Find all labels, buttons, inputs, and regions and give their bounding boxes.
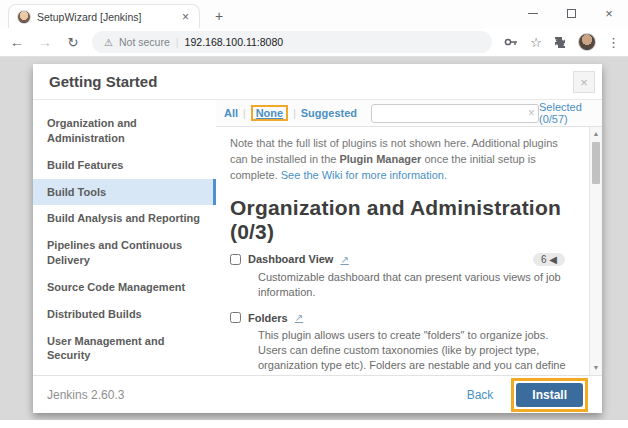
sidebar-item-distributed-builds[interactable]: Distributed Builds bbox=[33, 301, 216, 328]
window-close-button[interactable]: × bbox=[590, 0, 628, 26]
sidebar-item-notifications-and-publishing[interactable]: Notifications and Publishing bbox=[33, 369, 216, 375]
sidebar-item-build-analysis-and-reporting[interactable]: Build Analysis and Reporting bbox=[33, 205, 216, 232]
selected-count-label: Selected (0/57) bbox=[539, 101, 592, 125]
sidebar-item-user-management-and-security[interactable]: User Management and Security bbox=[33, 328, 216, 370]
getting-started-dialog: Getting Started × Organization and Admin… bbox=[33, 64, 602, 413]
browser-toolbar: ← → ↻ ⚠ Not secure | 192.168.100.11:8080… bbox=[0, 28, 628, 57]
jenkins-favicon-icon bbox=[17, 10, 31, 24]
back-button[interactable]: ← bbox=[8, 34, 26, 50]
password-key-icon[interactable] bbox=[503, 34, 519, 50]
minimize-icon bbox=[528, 13, 538, 14]
section-heading-organization: Organization and Administration (0/3) bbox=[216, 192, 583, 248]
forward-button[interactable]: → bbox=[36, 34, 54, 50]
plugin-row: Dashboard View ↗ 6 ◀ bbox=[230, 253, 573, 266]
scroll-up-icon[interactable]: ▲ bbox=[590, 128, 602, 140]
filter-none-link[interactable]: None bbox=[256, 107, 284, 119]
address-separator: | bbox=[176, 36, 179, 48]
footer-actions: Back Install bbox=[467, 378, 588, 412]
screen: SetupWizard [Jenkins] × + × ← → ↻ ⚠ Not … bbox=[0, 0, 628, 428]
url-text: 192.168.100.11:8080 bbox=[185, 36, 283, 48]
external-link-icon[interactable]: ↗ bbox=[295, 312, 303, 323]
plugin-name: Folders bbox=[248, 312, 288, 324]
dashboard-view-checkbox[interactable] bbox=[230, 254, 241, 265]
plugin-entry-folders: Folders ↗ This plugin allows users to cr… bbox=[216, 307, 583, 375]
bottom-white-strip bbox=[0, 420, 628, 428]
plugin-row: Folders ↗ bbox=[230, 312, 573, 324]
plugin-search-input[interactable] bbox=[371, 104, 539, 123]
dialog-footer: Jenkins 2.60.3 Back Install bbox=[33, 375, 602, 413]
filter-all-link[interactable]: All bbox=[224, 107, 238, 119]
filter-separator-2: | bbox=[293, 108, 296, 119]
new-tab-button[interactable]: + bbox=[208, 6, 230, 26]
tab-title: SetupWizard [Jenkins] bbox=[37, 11, 174, 23]
reload-button[interactable]: ↻ bbox=[64, 35, 82, 50]
page-background: Getting Started × Organization and Admin… bbox=[0, 57, 628, 420]
viewer-count-badge: 6 ◀ bbox=[533, 253, 565, 266]
dialog-title: Getting Started bbox=[49, 73, 157, 90]
jenkins-version-label: Jenkins 2.60.3 bbox=[47, 388, 124, 402]
plugin-list-wrap: Note that the full list of plugins is no… bbox=[216, 127, 602, 375]
annotation-none-highlight: None bbox=[251, 105, 289, 121]
plugin-content: All | None | Suggested × Selected (0/57) bbox=[216, 100, 602, 375]
back-button-link[interactable]: Back bbox=[467, 388, 494, 402]
plugin-list-scrollbar[interactable]: ▲ ▼ bbox=[589, 127, 602, 375]
profile-avatar[interactable] bbox=[578, 33, 596, 51]
dialog-close-button[interactable]: × bbox=[573, 71, 595, 93]
install-button[interactable]: Install bbox=[516, 383, 583, 407]
tab-close-icon[interactable]: × bbox=[180, 10, 191, 24]
window-maximize-button[interactable] bbox=[552, 0, 590, 26]
browser-tab[interactable]: SetupWizard [Jenkins] × bbox=[8, 4, 200, 28]
filter-bar: All | None | Suggested × Selected (0/57) bbox=[216, 100, 602, 127]
filter-separator: | bbox=[243, 108, 246, 119]
plugin-list: Note that the full list of plugins is no… bbox=[216, 127, 589, 375]
not-secure-warning-icon[interactable]: ⚠ bbox=[104, 37, 113, 48]
plugin-description: This plugin allows users to create "fold… bbox=[258, 328, 573, 375]
plugin-entry-dashboard-view: Dashboard View ↗ 6 ◀ Customizable dashbo… bbox=[216, 248, 583, 307]
category-sidebar: Organization and Administration Build Fe… bbox=[33, 100, 216, 375]
search-box: × bbox=[371, 104, 539, 123]
scrollbar-thumb[interactable] bbox=[592, 142, 600, 184]
external-link-icon[interactable]: ↗ bbox=[340, 254, 348, 265]
plugin-description: Customizable dashboard that can present … bbox=[258, 270, 573, 301]
bookmark-star-icon[interactable]: ☆ bbox=[530, 35, 542, 50]
sidebar-item-build-features[interactable]: Build Features bbox=[33, 152, 216, 179]
folders-checkbox[interactable] bbox=[230, 312, 241, 323]
scroll-down-icon[interactable]: ▼ bbox=[590, 362, 602, 374]
extensions-puzzle-icon[interactable] bbox=[553, 35, 567, 49]
filter-suggested-link[interactable]: Suggested bbox=[301, 107, 357, 119]
note-plugin-manager: Plugin Manager bbox=[339, 153, 421, 165]
plugins-note: Note that the full list of plugins is no… bbox=[216, 127, 583, 192]
browser-menu-icon[interactable]: ⋮ bbox=[607, 35, 620, 50]
window-minimize-button[interactable] bbox=[514, 0, 552, 26]
not-secure-label: Not secure bbox=[119, 36, 170, 48]
wiki-link[interactable]: See the Wiki for more information. bbox=[281, 169, 447, 181]
dialog-body: Organization and Administration Build Fe… bbox=[33, 100, 602, 375]
maximize-icon bbox=[567, 9, 576, 18]
sidebar-item-pipelines-and-continuous-delivery[interactable]: Pipelines and Continuous Delivery bbox=[33, 232, 216, 274]
search-clear-icon[interactable]: × bbox=[528, 106, 535, 120]
window-controls: × bbox=[514, 0, 628, 26]
address-bar[interactable]: ⚠ Not secure | 192.168.100.11:8080 bbox=[92, 31, 492, 53]
toolbar-actions: ☆ ⋮ bbox=[503, 33, 620, 51]
sidebar-item-source-code-management[interactable]: Source Code Management bbox=[33, 274, 216, 301]
window-close-icon: × bbox=[605, 6, 613, 21]
annotation-install-highlight: Install bbox=[511, 378, 588, 412]
sidebar-item-build-tools[interactable]: Build Tools bbox=[33, 179, 216, 206]
dialog-header: Getting Started × bbox=[33, 64, 602, 100]
sidebar-item-organization-and-administration[interactable]: Organization and Administration bbox=[33, 110, 216, 152]
browser-tab-bar: SetupWizard [Jenkins] × + × bbox=[0, 0, 628, 28]
plugin-name: Dashboard View bbox=[248, 253, 333, 265]
